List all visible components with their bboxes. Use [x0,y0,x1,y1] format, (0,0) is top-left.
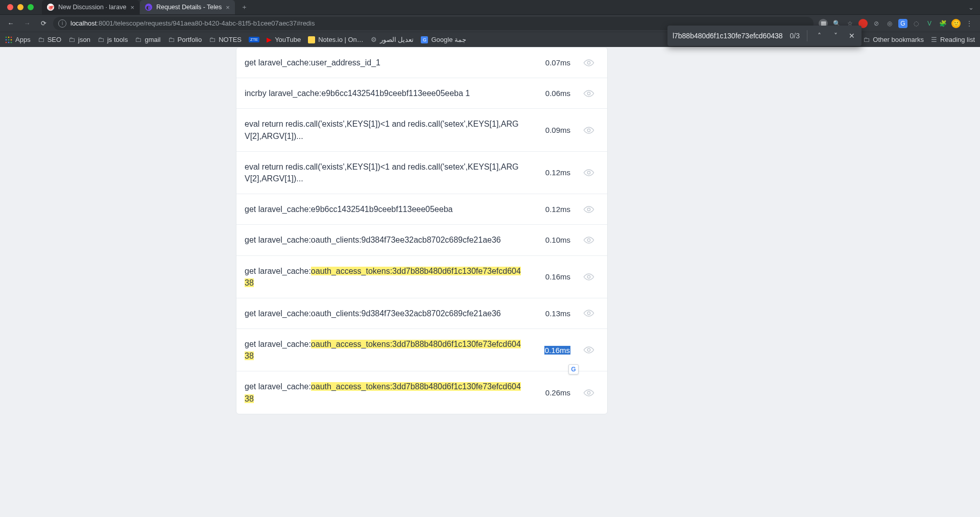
svg-point-4 [587,208,590,211]
ext-target-icon[interactable]: ◎ [885,19,894,28]
extensions-puzzle-icon[interactable]: 🧩 [938,19,947,28]
svg-point-2 [587,129,590,132]
close-window-button[interactable] [7,4,13,10]
folder-icon: 🗀 [98,36,104,43]
bookmark-item[interactable]: Apps [5,36,31,43]
bookmark-item[interactable]: Notes.io | On… [308,36,364,43]
folder-icon: 🗀 [863,36,870,43]
site-info-icon[interactable]: i [58,19,66,28]
redis-command-text: incrby laravel_cache:e9b6cc1432541b9ceeb… [245,87,522,99]
back-button[interactable]: ← [4,17,17,30]
browser-tab[interactable]: 🐙New Discussion · larave× [42,0,139,14]
reload-button[interactable]: ⟳ [37,17,50,30]
bookmark-label: Notes.io | On… [318,36,364,43]
redis-command-row: get laravel_cache:oauth_clients:9d384f73… [236,224,607,255]
chrome-expand-icon[interactable]: ⌄ [968,4,977,11]
bookmark-item[interactable]: 🗀NOTES [209,36,242,43]
find-close-button[interactable]: ✕ [847,32,856,40]
redis-command-text: eval return redis.call('exists',KEYS[1])… [245,118,522,142]
ext-gt-icon[interactable]: G [898,19,907,28]
find-count: 0/3 [790,32,800,40]
view-details-button[interactable] [579,57,599,68]
redis-command-text: get laravel_cache:oauth_clients:9d384f73… [245,234,522,246]
bookmark-item[interactable]: 🗀Other bookmarks [863,36,924,43]
tab-strip: 🐙New Discussion · larave×◐Request Detail… [0,0,980,14]
view-details-button[interactable] [579,125,599,136]
tab-favicon: ◐ [145,4,152,11]
bookmark-item[interactable]: ZTE [249,37,259,42]
zte-icon: ZTE [249,37,259,42]
bookmark-label: js tools [107,36,128,43]
redis-command-row: eval return redis.call('exists',KEYS[1])… [236,151,607,194]
page-viewport[interactable]: get laravel_cache:user_address_id_10.07m… [0,47,980,517]
redis-command-text: get laravel_cache:oauth_access_tokens:3d… [245,381,522,404]
ext-block-icon[interactable]: ⊘ [872,19,881,28]
redis-command-row: eval return redis.call('exists',KEYS[1])… [236,108,607,151]
browser-tab[interactable]: ◐Request Details - Teles× [140,0,235,14]
bookmark-label: YouTube [275,36,301,43]
find-prev-button[interactable]: ˄ [815,32,824,40]
folder-icon: 🗀 [38,36,44,43]
bookmark-label: تعديل الصور [380,36,414,43]
ext-record-icon[interactable]: ◌ [912,19,921,28]
bookmark-item[interactable]: 🗀Portfolio [168,36,202,43]
view-details-button[interactable] [579,204,599,215]
profile-avatar-icon[interactable]: 🙂 [951,19,961,28]
bookmark-item[interactable]: 🗀gmail [135,36,160,43]
view-details-button[interactable] [579,271,599,283]
forward-button[interactable]: → [20,17,34,30]
ext-vue-icon[interactable]: V [925,19,934,28]
bookmark-item[interactable]: ☰Reading list [931,36,975,43]
bookmark-item[interactable]: 🗀SEO [38,36,61,43]
find-query[interactable]: l7b88b480d6f1c130fe73efcd60438 [673,32,783,40]
svg-point-3 [587,171,590,174]
tab-close-icon[interactable]: × [130,4,134,11]
find-next-button[interactable]: ˅ [831,32,840,40]
new-tab-button[interactable]: ＋ [238,3,251,12]
view-details-button[interactable] [579,88,599,99]
apps-grid-icon [5,36,12,43]
redis-command-row: get laravel_cache:oauth_access_tokens:3d… [236,255,607,298]
view-details-button[interactable] [579,308,599,319]
bookmark-item[interactable]: 🗀json [68,36,90,43]
redis-command-duration: 0.16msG [531,346,570,355]
view-details-button[interactable] [579,234,599,246]
bookmark-item[interactable]: GGoogle جمة [421,36,466,43]
bookmark-label: Google جمة [431,36,466,43]
bookmark-item[interactable]: ⚙تعديل الصور [371,36,414,43]
view-details-button[interactable] [579,387,599,398]
redis-command-duration: 0.12ms [531,168,570,177]
redis-command-row: get laravel_cache:user_address_id_10.07m… [236,48,607,78]
tab-close-icon[interactable]: × [226,4,230,11]
redis-command-row: get laravel_cache:e9b6cc1432541b9ceebf11… [236,194,607,224]
youtube-icon: ▶ [267,36,272,43]
browser-chrome: 🐙New Discussion · larave×◐Request Detail… [0,0,980,47]
view-details-button[interactable] [579,344,599,356]
bookmark-label: NOTES [219,36,242,43]
notes-icon [308,36,315,43]
gear-icon: ⚙ [371,36,377,43]
redis-command-row: get laravel_cache:oauth_access_tokens:3d… [236,371,607,413]
redis-command-duration: 0.10ms [531,236,570,244]
find-separator [807,30,807,41]
view-details-button[interactable] [579,167,599,178]
kebab-menu-icon[interactable]: ⋮ [965,19,974,28]
minimize-window-button[interactable] [17,4,23,10]
redis-command-row: get laravel_cache:oauth_clients:9d384f73… [236,298,607,328]
bookmark-item[interactable]: ▶YouTube [267,36,301,43]
url: localhost:8001/telescope/requests/941aea… [70,19,315,27]
bookmark-label: Reading list [940,36,975,43]
svg-point-5 [587,239,590,242]
reading-list-icon: ☰ [931,36,937,43]
bookmark-label: Portfolio [178,36,202,43]
bookmark-item[interactable]: 🗀js tools [98,36,128,43]
redis-command-text: get laravel_cache:oauth_access_tokens:3d… [245,265,522,289]
maximize-window-button[interactable] [28,4,34,10]
redis-command-duration: 0.16ms [531,272,570,281]
bookmark-label: gmail [145,36,160,43]
translate-popup-icon[interactable]: G [568,364,579,374]
redis-command-duration: 0.12ms [531,205,570,214]
tab-favicon: 🐙 [47,4,54,11]
redis-command-duration: 0.09ms [531,126,570,134]
redis-command-row: incrby laravel_cache:e9b6cc1432541b9ceeb… [236,78,607,108]
